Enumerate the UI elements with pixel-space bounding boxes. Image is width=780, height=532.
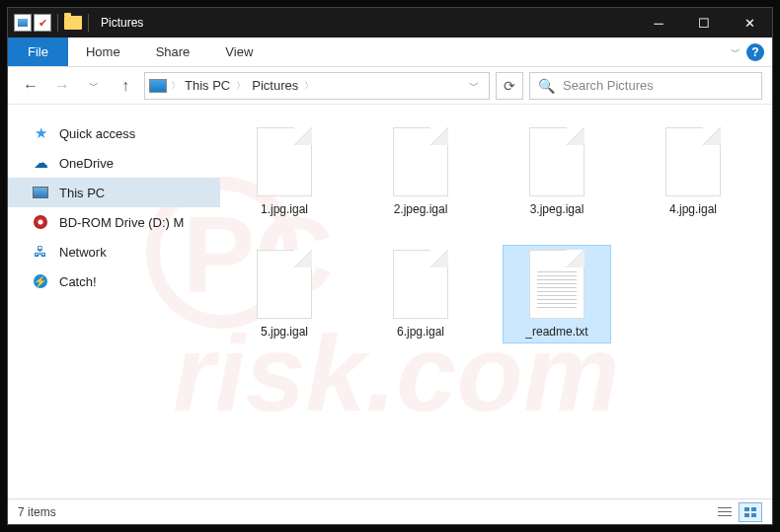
blank-file-icon — [393, 250, 448, 319]
file-item[interactable]: 4.jpg.igal — [639, 122, 747, 221]
sidebar-item-label: OneDrive — [59, 156, 114, 171]
tab-share[interactable]: Share — [138, 38, 208, 66]
details-view-button[interactable] — [713, 502, 737, 522]
breadcrumb-item[interactable]: Pictures — [252, 78, 298, 93]
svg-rect-9 — [751, 513, 756, 517]
tab-view[interactable]: View — [207, 38, 271, 66]
address-bar[interactable]: 〉 This PC 〉 Pictures 〉 ﹀ — [144, 72, 490, 100]
file-label: 3.jpeg.igal — [530, 202, 585, 216]
sidebar-item-label: BD-ROM Drive (D:) M — [59, 215, 184, 230]
svg-rect-4 — [718, 511, 732, 512]
file-label: 6.jpg.igal — [397, 325, 444, 339]
properties-icon[interactable]: ✔ — [34, 14, 51, 32]
chevron-right-icon: 〉 — [236, 79, 246, 93]
blank-file-icon — [665, 127, 721, 196]
blank-file-icon — [257, 127, 312, 196]
search-placeholder: Search Pictures — [563, 78, 654, 93]
window-title: Pictures — [101, 16, 143, 30]
disc-icon — [32, 214, 49, 230]
sidebar-item-label: Network — [59, 245, 107, 260]
sidebar: ★Quick access☁OneDriveThis PCBD-ROM Driv… — [8, 105, 220, 498]
pc-icon — [32, 185, 49, 200]
file-item[interactable]: 2.jpeg.igal — [366, 122, 475, 221]
ribbon: File Home Share View ﹀ ? — [8, 38, 772, 67]
sidebar-item-label: Catch! — [59, 274, 97, 289]
sidebar-item-catch-[interactable]: ⚡Catch! — [8, 266, 220, 296]
blank-file-icon — [257, 250, 312, 319]
chevron-right-icon: 〉 — [304, 79, 314, 93]
file-label: _readme.txt — [525, 325, 587, 339]
tab-home[interactable]: Home — [68, 38, 138, 66]
sidebar-item-onedrive[interactable]: ☁OneDrive — [8, 148, 220, 178]
svg-rect-8 — [744, 513, 749, 517]
cloud-icon: ☁ — [32, 155, 49, 171]
svg-rect-7 — [751, 507, 756, 511]
search-input[interactable]: 🔍 Search Pictures — [529, 72, 762, 100]
network-icon: 🖧 — [32, 244, 49, 260]
file-item[interactable]: 6.jpg.igal — [366, 245, 475, 343]
sidebar-item-label: This PC — [59, 186, 105, 200]
file-item[interactable]: 1.jpg.igal — [230, 122, 339, 221]
address-dropdown-icon[interactable]: ﹀ — [463, 79, 485, 93]
file-item[interactable]: 5.jpg.igal — [230, 245, 339, 343]
chevron-right-icon: 〉 — [171, 79, 181, 93]
up-button[interactable]: ↑ — [113, 73, 138, 99]
explorer-window: ✔ Pictures ─ ☐ ✕ File Home Share View ﹀ … — [7, 7, 773, 525]
sidebar-item-this-pc[interactable]: This PC — [8, 178, 220, 207]
text-file-icon — [529, 250, 585, 319]
help-icon[interactable]: ? — [746, 43, 764, 61]
quick-access-toolbar: ✔ — [8, 14, 93, 32]
file-label: 1.jpg.igal — [261, 202, 308, 216]
recent-dropdown-icon[interactable]: ﹀ — [81, 73, 107, 99]
file-item[interactable]: 3.jpeg.igal — [503, 122, 611, 221]
blank-file-icon — [393, 127, 448, 196]
maximize-button[interactable]: ☐ — [681, 8, 727, 38]
svg-rect-5 — [718, 515, 732, 516]
icons-view-button[interactable] — [739, 502, 762, 522]
close-button[interactable]: ✕ — [727, 8, 772, 38]
file-label: 2.jpeg.igal — [394, 202, 448, 216]
item-count: 7 items — [18, 505, 56, 519]
sidebar-item-label: Quick access — [59, 126, 135, 141]
sidebar-item-network[interactable]: 🖧Network — [8, 237, 220, 266]
breadcrumb-item[interactable]: This PC — [185, 78, 230, 93]
navbar: ← → ﹀ ↑ 〉 This PC 〉 Pictures 〉 ﹀ ⟳ 🔍 Sea… — [8, 67, 772, 105]
search-icon: 🔍 — [538, 78, 555, 94]
back-button[interactable]: ← — [18, 73, 43, 99]
file-item[interactable]: _readme.txt — [503, 245, 611, 343]
sidebar-item-bd-rom-drive-d-m[interactable]: BD-ROM Drive (D:) M — [8, 207, 220, 237]
titlebar: ✔ Pictures ─ ☐ ✕ — [8, 8, 772, 38]
file-label: 5.jpg.igal — [261, 325, 308, 339]
statusbar: 7 items — [8, 498, 772, 524]
folder-icon — [64, 16, 82, 30]
refresh-button[interactable]: ⟳ — [496, 72, 523, 100]
ribbon-collapse-icon[interactable]: ﹀ — [731, 45, 741, 59]
blank-file-icon — [529, 127, 585, 196]
file-label: 4.jpg.igal — [669, 202, 717, 216]
location-icon — [149, 79, 167, 93]
star-icon: ★ — [32, 125, 49, 141]
breadcrumb: This PC 〉 Pictures 〉 — [185, 78, 314, 93]
app-icon — [14, 14, 32, 32]
forward-button[interactable]: → — [49, 73, 75, 99]
svg-rect-6 — [744, 507, 749, 511]
catch-icon: ⚡ — [32, 273, 49, 289]
minimize-button[interactable]: ─ — [636, 8, 681, 38]
sidebar-item-quick-access[interactable]: ★Quick access — [8, 118, 220, 148]
file-tab[interactable]: File — [8, 38, 68, 66]
svg-rect-3 — [718, 507, 732, 508]
file-area[interactable]: 1.jpg.igal2.jpeg.igal3.jpeg.igal4.jpg.ig… — [220, 105, 772, 498]
